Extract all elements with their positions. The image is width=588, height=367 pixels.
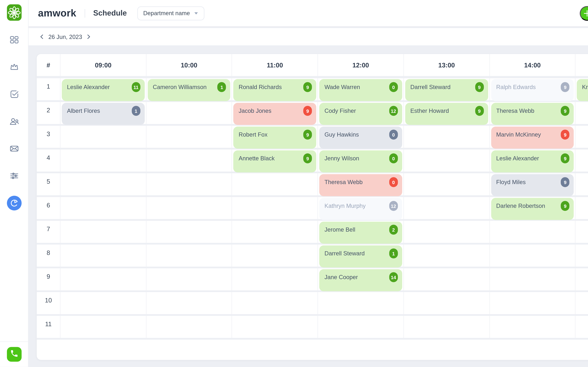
schedule-chip[interactable]: Jerome Bell2 <box>319 222 402 244</box>
sidebar-item-dashboard[interactable] <box>7 33 21 47</box>
schedule-chip[interactable]: Leslie Alexander9 <box>491 150 574 172</box>
schedule-cell[interactable]: Darlene Robertson9 <box>490 197 576 221</box>
schedule-cell[interactable]: Kathryn Murphy12 <box>318 197 404 221</box>
schedule-chip[interactable]: Jacob Jones9 <box>233 103 316 125</box>
schedule-cell[interactable] <box>60 268 146 292</box>
schedule-cell[interactable]: Guy Hawkins0 <box>318 126 404 150</box>
schedule-cell[interactable]: Leslie Alexander11 <box>60 78 146 102</box>
schedule-cell[interactable] <box>576 126 588 150</box>
schedule-cell[interactable] <box>146 173 232 197</box>
sidebar-item-tasks[interactable] <box>7 87 21 101</box>
schedule-chip[interactable]: Cody Fisher12 <box>319 103 402 125</box>
schedule-cell[interactable] <box>404 292 490 316</box>
schedule-cell[interactable] <box>232 292 318 316</box>
schedule-cell[interactable]: Theresa Webb9 <box>490 102 576 126</box>
schedule-cell[interactable] <box>232 268 318 292</box>
prev-day-button[interactable] <box>37 32 47 42</box>
schedule-cell[interactable] <box>60 292 146 316</box>
schedule-chip[interactable]: Guy Hawkins0 <box>319 126 402 149</box>
schedule-cell[interactable] <box>146 245 232 268</box>
schedule-chip[interactable]: Kathryn Murphy12 <box>319 198 402 220</box>
schedule-chip[interactable]: Kristin Watson7 <box>577 79 588 101</box>
schedule-cell[interactable]: Ralph Edwards9 <box>490 78 576 102</box>
schedule-cell[interactable]: Kristin Watson7 <box>576 78 588 102</box>
schedule-cell[interactable]: Jenny Wilson0 <box>318 150 404 173</box>
schedule-cell[interactable] <box>404 150 490 173</box>
schedule-cell[interactable] <box>404 268 490 292</box>
schedule-cell[interactable] <box>404 173 490 197</box>
schedule-cell[interactable] <box>576 245 588 268</box>
schedule-chip[interactable]: Darrell Steward1 <box>319 245 402 267</box>
schedule-cell[interactable] <box>490 316 576 340</box>
schedule-cell[interactable] <box>232 245 318 268</box>
schedule-cell[interactable] <box>404 197 490 221</box>
schedule-cell[interactable] <box>318 292 404 316</box>
schedule-cell[interactable]: Jerome Bell2 <box>318 221 404 245</box>
schedule-chip[interactable]: Annette Black9 <box>233 150 316 172</box>
call-button[interactable] <box>7 347 21 362</box>
schedule-cell[interactable]: Robert Fox9 <box>232 126 318 150</box>
schedule-chip[interactable]: Theresa Webb0 <box>319 174 402 196</box>
schedule-cell[interactable] <box>60 197 146 221</box>
schedule-cell[interactable] <box>232 197 318 221</box>
schedule-chip[interactable]: Albert Flores1 <box>62 103 145 125</box>
schedule-cell[interactable] <box>60 173 146 197</box>
schedule-cell[interactable] <box>576 150 588 173</box>
schedule-chip[interactable]: Ralph Edwards9 <box>491 79 574 101</box>
schedule-cell[interactable] <box>318 316 404 340</box>
schedule-chip[interactable]: Darrell Steward9 <box>405 79 488 101</box>
schedule-chip[interactable]: Darlene Robertson9 <box>491 198 574 220</box>
app-logo[interactable] <box>0 0 28 27</box>
schedule-chip[interactable]: Cameron Williamson1 <box>148 79 230 101</box>
schedule-cell[interactable] <box>60 126 146 150</box>
schedule-cell[interactable]: Cameron Williamson1 <box>146 78 232 102</box>
schedule-cell[interactable] <box>576 316 588 340</box>
sidebar-item-settings[interactable] <box>7 168 21 183</box>
schedule-cell[interactable] <box>490 292 576 316</box>
sidebar-item-people[interactable] <box>7 114 21 129</box>
schedule-cell[interactable] <box>60 150 146 173</box>
schedule-cell[interactable] <box>146 126 232 150</box>
add-button[interactable] <box>580 6 588 21</box>
schedule-chip[interactable]: Robert Fox9 <box>233 126 316 149</box>
schedule-cell[interactable] <box>146 292 232 316</box>
schedule-cell[interactable] <box>490 221 576 245</box>
schedule-cell[interactable]: Darrell Steward9 <box>404 78 490 102</box>
schedule-chip[interactable]: Jenny Wilson0 <box>319 150 402 172</box>
sidebar-item-schedule[interactable] <box>7 196 21 210</box>
schedule-chip[interactable]: Ronald Richards9 <box>233 79 316 101</box>
schedule-cell[interactable] <box>60 221 146 245</box>
schedule-chip[interactable]: Floyd Miles9 <box>491 174 574 196</box>
department-selector[interactable]: Department name <box>137 6 204 20</box>
schedule-chip[interactable]: Marvin McKinney9 <box>491 126 574 149</box>
schedule-cell[interactable] <box>576 197 588 221</box>
schedule-cell[interactable] <box>576 221 588 245</box>
schedule-cell[interactable] <box>404 221 490 245</box>
schedule-cell[interactable]: Wade Warren0 <box>318 78 404 102</box>
schedule-cell[interactable] <box>576 268 588 292</box>
schedule-cell[interactable]: Jacob Jones9 <box>232 102 318 126</box>
schedule-chip[interactable]: Theresa Webb9 <box>491 103 574 125</box>
schedule-cell[interactable] <box>404 245 490 268</box>
schedule-cell[interactable]: Leslie Alexander9 <box>490 150 576 173</box>
next-day-button[interactable] <box>84 32 93 42</box>
schedule-chip[interactable]: Jane Cooper14 <box>319 269 402 291</box>
schedule-cell[interactable] <box>404 126 490 150</box>
schedule-cell[interactable]: Jane Cooper14 <box>318 268 404 292</box>
schedule-cell[interactable]: Cody Fisher12 <box>318 102 404 126</box>
schedule-cell[interactable]: Ronald Richards9 <box>232 78 318 102</box>
schedule-cell[interactable] <box>146 316 232 340</box>
schedule-cell[interactable]: Floyd Miles9 <box>490 173 576 197</box>
schedule-chip[interactable]: Wade Warren0 <box>319 79 402 101</box>
schedule-cell[interactable]: Marvin McKinney9 <box>490 126 576 150</box>
schedule-cell[interactable] <box>146 150 232 173</box>
schedule-cell[interactable] <box>232 173 318 197</box>
schedule-chip[interactable]: Esther Howard9 <box>405 103 488 125</box>
schedule-cell[interactable] <box>576 292 588 316</box>
current-date[interactable]: 26 Jun, 2023 <box>48 33 82 40</box>
schedule-cell[interactable] <box>576 173 588 197</box>
schedule-cell[interactable] <box>232 316 318 340</box>
schedule-cell[interactable] <box>146 221 232 245</box>
schedule-cell[interactable] <box>490 268 576 292</box>
schedule-cell[interactable]: Darrell Steward1 <box>318 245 404 268</box>
